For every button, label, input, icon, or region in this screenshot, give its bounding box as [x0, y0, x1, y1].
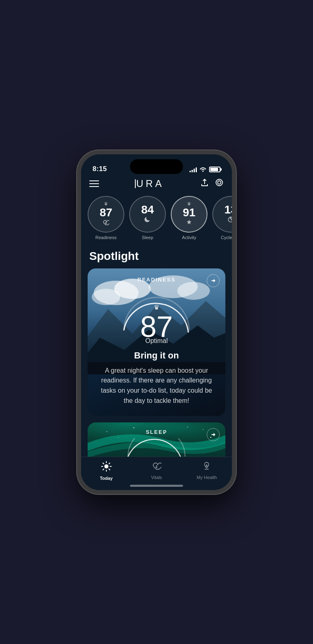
- activity-score: 91: [183, 207, 195, 218]
- nav-vitals[interactable]: Vitals: [131, 461, 181, 480]
- sleep-icon: [144, 216, 151, 224]
- metric-item-activity[interactable]: ♛ 91 Activity: [171, 196, 207, 240]
- home-indicator: [130, 485, 183, 487]
- myhealth-label: My Health: [197, 475, 217, 480]
- svg-point-0: [216, 179, 223, 186]
- sleep-label: Sleep: [142, 235, 153, 240]
- metric-item-sleep[interactable]: 84 Sleep: [129, 196, 166, 240]
- menu-line-2: [89, 183, 99, 184]
- nav-today[interactable]: Today: [81, 461, 131, 481]
- status-icons: [190, 166, 220, 173]
- sleep-card-content: SLEEP: [88, 422, 225, 457]
- svg-line-29: [103, 469, 104, 470]
- activity-label: Activity: [182, 235, 196, 240]
- wifi-icon: [199, 166, 207, 173]
- readiness-icon: [103, 219, 109, 227]
- svg-point-21: [104, 464, 108, 468]
- menu-button[interactable]: [89, 180, 99, 187]
- readiness-gauge: ♛ 87: [116, 289, 197, 334]
- signal-bar-1: [190, 171, 191, 172]
- battery-fill: [210, 168, 218, 171]
- dynamic-island: [130, 159, 183, 174]
- vitals-icon: [152, 461, 161, 473]
- sleep-type-label: SLEEP: [96, 429, 217, 435]
- status-time: 8:15: [93, 165, 107, 173]
- battery-icon: [209, 167, 220, 172]
- readiness-card-content: READINESS ♛ 87: [88, 268, 225, 416]
- svg-point-1: [218, 181, 221, 184]
- sleep-card-bg: SLEEP: [88, 422, 225, 457]
- main-content: Spotlight: [81, 246, 232, 457]
- metric-circle-readiness[interactable]: ♛ 87: [88, 196, 124, 233]
- cycle-score: 13: [224, 204, 232, 215]
- metric-circle-activity[interactable]: ♛ 91: [171, 196, 207, 233]
- spotlight-title: Spotlight: [81, 246, 232, 268]
- menu-line-3: [89, 186, 99, 187]
- nav-myhealth[interactable]: My Health: [182, 461, 232, 480]
- today-icon: [101, 461, 112, 474]
- svg-line-28: [109, 463, 110, 464]
- metric-circle-sleep[interactable]: 84: [129, 196, 166, 233]
- sleep-score: 84: [141, 204, 154, 215]
- sleep-card-arrow[interactable]: [207, 428, 220, 441]
- today-label: Today: [100, 476, 113, 481]
- readiness-card[interactable]: READINESS ♛ 87: [88, 268, 225, 416]
- readiness-score-center: ♛ 87: [140, 303, 173, 341]
- screen: 8:15: [81, 154, 232, 490]
- ring-button[interactable]: [215, 178, 224, 189]
- readiness-type-label: READINESS: [96, 277, 217, 283]
- app-header: URA: [81, 176, 232, 194]
- readiness-label: Readiness: [95, 235, 117, 240]
- share-button[interactable]: [200, 178, 209, 189]
- readiness-card-score: 87: [140, 312, 173, 341]
- svg-line-26: [103, 463, 104, 464]
- myhealth-icon: [202, 461, 212, 473]
- signal-bar-4: [196, 167, 197, 172]
- vitals-label: Vitals: [151, 475, 162, 480]
- header-actions: [200, 178, 224, 189]
- metric-item-cycle[interactable]: 13 Cycle day: [212, 196, 232, 240]
- metric-circle-cycle[interactable]: 13: [212, 196, 232, 233]
- signal-bar-2: [192, 170, 193, 172]
- menu-line-1: [89, 180, 99, 181]
- phone-frame: 8:15: [77, 150, 236, 494]
- sleep-card[interactable]: SLEEP: [88, 422, 225, 457]
- svg-line-27: [109, 469, 110, 470]
- cycle-label: Cycle day: [221, 235, 232, 240]
- cycle-icon: [227, 216, 232, 224]
- metrics-row: ♛ 87 Readiness 84: [81, 194, 232, 246]
- signal-icon: [190, 167, 197, 172]
- metric-item-readiness[interactable]: ♛ 87 Readiness: [88, 196, 124, 240]
- readiness-description: A great night's sleep can boost your rea…: [96, 366, 217, 406]
- readiness-score: 87: [99, 207, 112, 218]
- signal-bar-3: [194, 169, 195, 172]
- app-logo: URA: [135, 178, 164, 189]
- activity-icon: [186, 219, 192, 227]
- readiness-headline: Bring it on: [96, 350, 217, 361]
- readiness-card-arrow[interactable]: [207, 274, 220, 287]
